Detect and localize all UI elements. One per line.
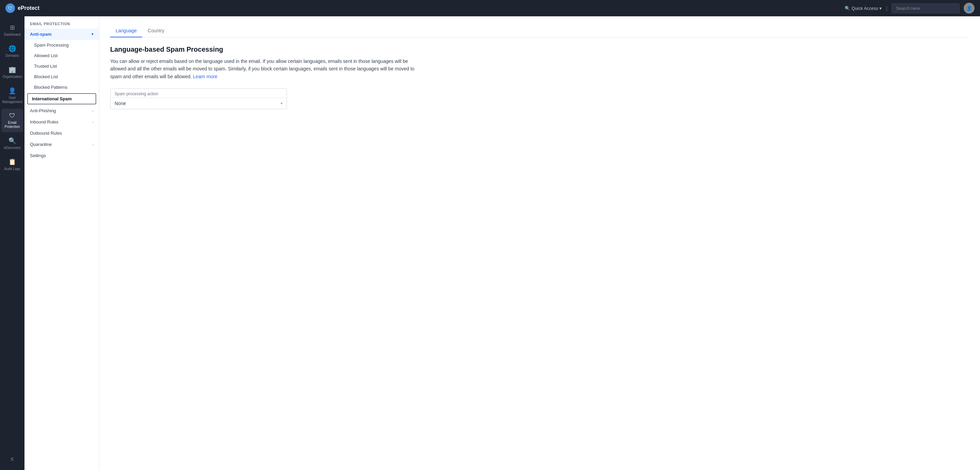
collapse-icon: ≤ [11,456,14,462]
domains-icon: 🌐 [8,45,16,53]
dashboard-icon: ⊞ [10,24,15,31]
email-protection-icon: 🛡 [9,112,15,119]
topbar-right: 🔍 Quick Access ▾ | 👤 [845,3,975,14]
sidebar-item-dashboard[interactable]: ⊞ Dashboard [2,21,23,40]
tab-language[interactable]: Language [110,24,142,37]
sidebar-item-email-protection[interactable]: 🛡 Email Protection [2,109,23,132]
sidebar-item-blocked-patterns[interactable]: Blocked Patterns [24,82,99,92]
tabs: Language Country [110,24,969,37]
tab-country[interactable]: Country [142,24,170,37]
sidebar-item-international-spam[interactable]: International Spam [27,93,96,104]
sidebar-item-blocked-list[interactable]: Blocked List [24,72,99,82]
main-content: Language Country Language-based Spam Pro… [99,16,980,470]
search-icon: 🔍 [845,6,850,11]
organization-icon: 🏢 [8,66,16,73]
ediscovery-icon: 🔍 [8,137,16,145]
topbar-left: 🛡 eProtect [5,3,40,13]
chevron-right-icon: › [92,142,94,147]
sidebar-item-organization[interactable]: 🏢 Organization [2,62,23,82]
divider: | [886,5,888,12]
sidebar-item-allowed-list[interactable]: Allowed List [24,50,99,61]
search-input[interactable] [892,3,959,13]
sidebar-item-settings[interactable]: Settings [24,150,99,161]
nav-bottom: ≤ [7,452,18,466]
sidebar-item-inbound-rules[interactable]: Inbound Rules › [24,116,99,127]
chevron-right-icon: › [92,120,94,124]
collapse-button[interactable]: ≤ [7,452,18,466]
chevron-down-icon: ▾ [280,101,283,106]
sidebar-item-audit-logs[interactable]: 📋 Audit Logs [2,155,23,174]
logo-icon: 🛡 [5,3,15,13]
sidebar-item-ediscovery[interactable]: 🔍 eDiscovery [2,134,23,153]
sidebar-item-trusted-list[interactable]: Trusted List [24,61,99,72]
topbar: 🛡 eProtect 🔍 Quick Access ▾ | 👤 [0,0,980,16]
chevron-down-icon: ▾ [879,6,882,11]
sidebar-section-title: EMAIL PROTECTION [24,16,99,29]
spam-processing-dropdown[interactable]: Spam processing action None ▾ [110,88,287,109]
icon-nav: ⊞ Dashboard 🌐 Domains 🏢 Organization 👤 U… [0,16,24,470]
sidebar-item-user-management[interactable]: 👤 User Management [2,84,23,107]
sidebar-item-quarantine[interactable]: Quarantine › [24,139,99,150]
dropdown-label: Spam processing action [110,89,286,98]
sidebar-item-domains[interactable]: 🌐 Domains [2,41,23,61]
learn-more-link[interactable]: Learn more [193,74,218,79]
sidebar-item-anti-spam[interactable]: Anti-spam ▾ [24,29,99,40]
avatar: 👤 [964,3,975,14]
chevron-down-icon: ▾ [91,32,94,37]
audit-logs-icon: 📋 [8,158,16,166]
dropdown-select[interactable]: None ▾ [110,98,286,109]
sidebar-item-spam-processing[interactable]: Spam Processing [24,40,99,50]
page-description: You can allow or reject emails based on … [110,57,416,80]
logo-text: eProtect [18,5,40,11]
dropdown-value: None [115,101,126,106]
page-title: Language-based Spam Processing [110,46,969,53]
sidebar-item-anti-phishing[interactable]: Anti-Phishing › [24,105,99,116]
quick-access-button[interactable]: 🔍 Quick Access ▾ [845,6,882,11]
sidebar-item-outbound-rules[interactable]: Outbound Rules [24,127,99,139]
layout: ⊞ Dashboard 🌐 Domains 🏢 Organization 👤 U… [0,16,980,470]
chevron-right-icon: › [92,109,94,113]
user-management-icon: 👤 [8,87,16,94]
sidebar: EMAIL PROTECTION Anti-spam ▾ Spam Proces… [24,16,99,470]
